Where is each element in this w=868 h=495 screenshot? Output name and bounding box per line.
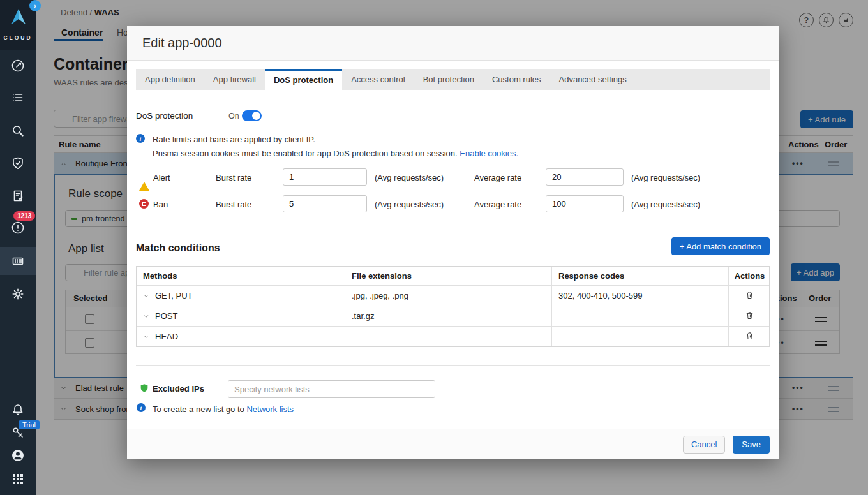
rate-limit-info-text: Rate limits and bans are applied by clie… — [153, 135, 315, 144]
ban-average-input[interactable] — [546, 195, 624, 212]
extensions-value: .tar.gz — [345, 306, 552, 326]
network-lists-link[interactable]: Network lists — [246, 404, 294, 414]
search-icon — [10, 123, 26, 138]
sidebar-item-inventory[interactable] — [0, 84, 36, 112]
delete-row-button[interactable] — [745, 311, 754, 322]
chevron-down-icon[interactable] — [143, 334, 149, 340]
alert-rate-row: Alert Burst rate (Avg requests/sec) Aver… — [127, 168, 779, 186]
excluded-ips-input[interactable] — [228, 380, 435, 398]
ban-icon — [139, 199, 149, 209]
logo-text: CLOUD — [0, 34, 36, 41]
tab-custom-rules[interactable]: Custom rules — [483, 69, 550, 90]
delete-row-button[interactable] — [745, 290, 754, 302]
dos-protection-label: DoS protection — [136, 111, 193, 121]
tab-bot-protection[interactable]: Bot protection — [414, 69, 483, 90]
match-conditions-heading: Match conditions — [136, 242, 220, 254]
edit-app-modal: Edit app-0000 App definition App firewal… — [127, 26, 779, 459]
methods-value: HEAD — [155, 332, 178, 341]
burst-rate-label: Burst rate — [216, 173, 251, 182]
tab-advanced-settings[interactable]: Advanced settings — [550, 69, 636, 90]
dos-protection-toggle[interactable] — [242, 110, 262, 121]
dos-protection-row: DoS protection On — [127, 107, 779, 125]
tab-access-control[interactable]: Access control — [342, 69, 414, 90]
match-table-header: Methods File extensions Response codes A… — [137, 267, 769, 286]
list-icon — [10, 90, 26, 105]
unit-label: (Avg requests/sec) — [375, 173, 444, 182]
chevron-down-icon[interactable] — [143, 313, 149, 320]
report-check-icon — [10, 188, 26, 203]
cancel-button[interactable]: Cancel — [683, 436, 725, 454]
tab-app-definition[interactable]: App definition — [136, 69, 204, 90]
info-icon: i — [136, 134, 145, 143]
shield-check-icon — [10, 156, 26, 171]
modal-tabbar: App definition App firewall DoS protecti… — [136, 69, 770, 90]
toggle-knob — [252, 112, 260, 120]
methods-value: GET, PUT — [155, 291, 193, 300]
tab-dos-protection[interactable]: DoS protection — [265, 69, 342, 90]
shield-icon — [139, 383, 149, 396]
extensions-value: .jpg, .jpeg, .png — [345, 286, 552, 306]
trial-badge: Trial — [19, 420, 40, 429]
unit-label: (Avg requests/sec) — [631, 173, 700, 182]
tab-app-firewall[interactable]: App firewall — [204, 69, 265, 90]
actions-header: Actions — [729, 267, 770, 285]
match-row: POST .tar.gz — [137, 306, 769, 327]
ban-burst-input[interactable] — [283, 195, 367, 212]
info-icon: i — [137, 403, 146, 412]
codes-value — [552, 306, 729, 326]
sidebar-item-settings[interactable] — [0, 280, 36, 308]
chevron-down-icon[interactable] — [143, 293, 149, 299]
gauge-icon — [10, 58, 26, 73]
alert-average-input[interactable] — [546, 168, 624, 186]
sidebar-item-apps[interactable] — [0, 465, 36, 493]
sidebar-item-dashboard[interactable] — [0, 52, 36, 80]
bell-icon — [10, 402, 26, 417]
methods-header: Methods — [137, 267, 345, 285]
user-icon — [10, 448, 26, 463]
burst-rate-label: Burst rate — [216, 200, 251, 209]
network-lists-info: To create a new list go to Network lists — [153, 404, 294, 414]
match-row: HEAD — [137, 327, 769, 346]
warning-icon — [139, 172, 149, 191]
file-extensions-header: File extensions — [345, 267, 552, 285]
average-rate-label: Average rate — [474, 173, 521, 182]
sidebar: CLOUD › 1213 — [0, 0, 36, 495]
divider — [136, 128, 770, 128]
alerts-count-badge: 1213 — [13, 211, 35, 221]
unit-label: (Avg requests/sec) — [631, 200, 700, 209]
excluded-ips-label: Excluded IPs — [153, 384, 204, 394]
average-rate-label: Average rate — [474, 200, 521, 209]
sidebar-item-containers[interactable] — [0, 247, 36, 275]
alert-circle-icon — [10, 220, 26, 235]
severity-label: Ban — [153, 200, 168, 209]
codes-value — [552, 327, 729, 346]
prisma-logo-icon — [9, 8, 27, 27]
delete-row-button[interactable] — [745, 331, 754, 343]
sidebar-item-compliance[interactable] — [0, 182, 36, 210]
enable-cookies-link[interactable]: Enable cookies. — [460, 149, 518, 158]
match-row: GET, PUT .jpg, .jpeg, .png 302, 400-410,… — [137, 286, 769, 306]
modal-footer: Cancel Save — [127, 429, 779, 459]
sidebar-item-search[interactable] — [0, 117, 36, 145]
ban-rate-row: Ban Burst rate (Avg requests/sec) Averag… — [127, 195, 779, 213]
divider — [136, 365, 770, 366]
sidebar-expand-button[interactable]: › — [29, 0, 41, 11]
gear-icon — [10, 286, 26, 302]
severity-label: Alert — [153, 173, 170, 182]
codes-value: 302, 400-410, 500-599 — [552, 286, 729, 306]
grid-icon — [11, 472, 25, 486]
methods-value: POST — [155, 311, 177, 321]
save-button[interactable]: Save — [733, 436, 770, 454]
alert-burst-input[interactable] — [283, 168, 367, 186]
container-icon — [10, 253, 26, 269]
toggle-state-label: On — [228, 112, 239, 121]
match-conditions-table: Methods File extensions Response codes A… — [136, 266, 770, 347]
sidebar-item-defend[interactable] — [0, 149, 36, 177]
response-codes-header: Response codes — [552, 267, 729, 285]
add-match-condition-button[interactable]: + Add match condition — [671, 237, 770, 255]
session-info-text: Prisma session cookies must be enabled f… — [153, 149, 518, 158]
extensions-value — [345, 327, 552, 346]
modal-title: Edit app-0000 — [142, 36, 222, 50]
modal-header: Edit app-0000 — [127, 26, 779, 61]
unit-label: (Avg requests/sec) — [375, 200, 444, 209]
